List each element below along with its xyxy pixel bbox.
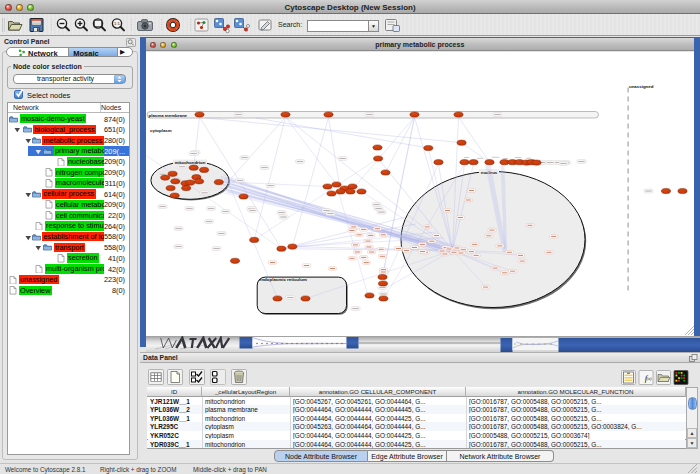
svg-text:plasma membrane: plasma membrane: [148, 112, 187, 117]
svg-text:endoplasmic reticulum: endoplasmic reticulum: [259, 277, 307, 282]
svg-text:1:1: 1:1: [114, 21, 121, 26]
svg-text:mitochondrion: mitochondrion: [174, 160, 205, 165]
svg-text:(x): (x): [647, 376, 652, 381]
svg-text:cytoplasm: cytoplasm: [150, 127, 172, 132]
svg-text:unassigned: unassigned: [629, 84, 654, 89]
